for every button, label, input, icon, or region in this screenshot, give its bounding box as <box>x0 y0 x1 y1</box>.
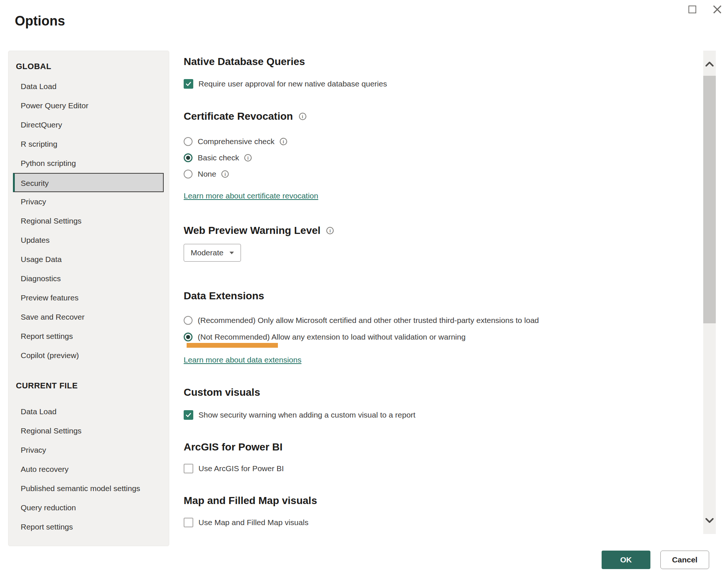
use-arcgis-checkbox[interactable] <box>184 464 193 473</box>
use-map-visuals-label: Use Map and Filled Map visuals <box>198 517 309 528</box>
sidebar-item-security[interactable]: Security <box>13 173 164 192</box>
dropdown-selected-value: Moderate <box>191 248 224 257</box>
none-radio[interactable] <box>184 170 193 178</box>
sidebar-item-directquery[interactable]: DirectQuery <box>8 115 169 135</box>
sidebar-item-cf-privacy[interactable]: Privacy <box>8 440 169 460</box>
info-icon[interactable] <box>221 170 229 178</box>
map-visuals-heading: Map and Filled Map visuals <box>184 494 317 508</box>
section-title-native-database-queries: Native Database Queries <box>184 55 697 69</box>
sidebar-item-privacy[interactable]: Privacy <box>8 192 169 211</box>
ok-button[interactable]: OK <box>602 551 650 569</box>
use-arcgis-checkbox-row: Use ArcGIS for Power BI <box>184 463 697 474</box>
checkmark-icon <box>185 412 192 418</box>
require-approval-checkbox[interactable] <box>184 79 193 89</box>
sidebar-item-power-query-editor[interactable]: Power Query Editor <box>8 96 169 115</box>
info-icon[interactable] <box>244 154 252 161</box>
sidebar-item-usage-data[interactable]: Usage Data <box>8 250 169 269</box>
comprehensive-check-label: Comprehensive check <box>198 136 275 147</box>
use-arcgis-label: Use ArcGIS for Power BI <box>198 463 284 474</box>
window-controls <box>687 4 723 15</box>
sidebar-item-preview-features[interactable]: Preview features <box>8 288 169 307</box>
none-label: None <box>198 169 216 180</box>
scroll-up-button[interactable] <box>703 54 716 74</box>
chevron-down-icon <box>705 518 714 523</box>
section-title-data-extensions: Data Extensions <box>184 289 697 303</box>
security-settings-panel: Native Database Queries Require user app… <box>184 48 697 528</box>
sidebar-section-global: GLOBAL <box>8 56 169 77</box>
sidebar-item-cf-auto-recovery[interactable]: Auto recovery <box>8 460 169 479</box>
basic-check-radio-row: Basic check <box>184 152 697 163</box>
close-button[interactable] <box>712 4 723 15</box>
info-icon[interactable] <box>280 138 287 145</box>
recommended-extensions-label: (Recommended) Only allow Microsoft certi… <box>198 315 539 326</box>
section-title-web-preview-warning-level: Web Preview Warning Level <box>184 224 697 238</box>
not-recommended-extensions-radio-row: (Not Recommended) Allow any extension to… <box>184 331 697 343</box>
page-title: Options <box>15 13 65 29</box>
sidebar-item-copilot-preview[interactable]: Copilot (preview) <box>8 346 169 365</box>
sidebar-item-cf-report-settings[interactable]: Report settings <box>8 517 169 537</box>
sidebar-section-current-file: CURRENT FILE <box>8 375 169 396</box>
section-title-map-visuals: Map and Filled Map visuals <box>184 494 697 508</box>
info-icon[interactable] <box>299 113 306 120</box>
recommended-extensions-radio[interactable] <box>184 316 193 325</box>
sidebar-item-cf-data-load[interactable]: Data Load <box>8 402 169 421</box>
require-approval-label: Require user approval for new native dat… <box>198 78 387 89</box>
comprehensive-check-radio-row: Comprehensive check <box>184 136 697 147</box>
data-extensions-heading: Data Extensions <box>184 289 264 303</box>
custom-visuals-warning-checkbox-row: Show security warning when adding a cust… <box>184 409 697 421</box>
close-icon <box>713 5 722 14</box>
vertical-scrollbar[interactable] <box>703 51 716 534</box>
sidebar-item-python-scripting[interactable]: Python scripting <box>8 154 169 173</box>
info-icon[interactable] <box>326 227 334 234</box>
custom-visuals-warning-checkbox[interactable] <box>184 410 193 420</box>
sidebar-item-regional-settings[interactable]: Regional Settings <box>8 211 169 231</box>
scroll-down-button[interactable] <box>703 510 716 531</box>
sidebar-item-r-scripting[interactable]: R scripting <box>8 135 169 154</box>
arcgis-heading: ArcGIS for Power BI <box>184 440 283 454</box>
sidebar-item-cf-query-reduction[interactable]: Query reduction <box>8 498 169 517</box>
maximize-button[interactable] <box>687 4 698 15</box>
section-title-certificate-revocation: Certificate Revocation <box>184 109 697 123</box>
certificate-revocation-heading: Certificate Revocation <box>184 109 293 123</box>
recommended-extensions-radio-row: (Recommended) Only allow Microsoft certi… <box>184 315 697 326</box>
not-recommended-extensions-radio[interactable] <box>184 333 193 341</box>
sidebar-item-save-and-recover[interactable]: Save and Recover <box>8 307 169 327</box>
cancel-button[interactable]: Cancel <box>660 551 709 569</box>
orange-highlight-annotation <box>187 343 278 348</box>
none-radio-row: None <box>184 169 697 180</box>
sidebar-item-diagnostics[interactable]: Diagnostics <box>8 269 169 288</box>
sidebar-item-cf-regional-settings[interactable]: Regional Settings <box>8 421 169 440</box>
use-map-visuals-checkbox-row: Use Map and Filled Map visuals <box>184 517 697 528</box>
native-database-queries-heading: Native Database Queries <box>184 55 305 69</box>
require-approval-checkbox-row: Require user approval for new native dat… <box>184 78 697 89</box>
maximize-icon <box>688 6 696 13</box>
certificate-revocation-learn-more-link[interactable]: Learn more about certificate revocation <box>184 190 318 201</box>
chevron-down-icon <box>229 252 234 254</box>
sidebar-item-cf-published-semantic-model-settings[interactable]: Published semantic model settings <box>8 479 169 498</box>
web-preview-warning-level-heading: Web Preview Warning Level <box>184 224 320 238</box>
custom-visuals-heading: Custom visuals <box>184 385 260 399</box>
chevron-up-icon <box>705 61 714 67</box>
web-preview-warning-level-dropdown[interactable]: Moderate <box>184 244 241 262</box>
section-title-custom-visuals: Custom visuals <box>184 385 697 399</box>
comprehensive-check-radio[interactable] <box>184 137 193 146</box>
options-sidebar: GLOBAL Data Load Power Query Editor Dire… <box>8 51 169 546</box>
data-extensions-learn-more-link[interactable]: Learn more about data extensions <box>184 354 302 365</box>
use-map-visuals-checkbox[interactable] <box>184 518 193 527</box>
custom-visuals-warning-label: Show security warning when adding a cust… <box>198 409 415 421</box>
scrollbar-thumb[interactable] <box>703 76 716 323</box>
sidebar-item-report-settings[interactable]: Report settings <box>8 327 169 346</box>
basic-check-label: Basic check <box>198 152 239 163</box>
basic-check-radio[interactable] <box>184 153 193 162</box>
sidebar-item-updates[interactable]: Updates <box>8 231 169 250</box>
sidebar-item-data-load[interactable]: Data Load <box>8 77 169 96</box>
section-title-arcgis: ArcGIS for Power BI <box>184 440 697 454</box>
not-recommended-extensions-label: (Not Recommended) Allow any extension to… <box>198 331 466 343</box>
checkmark-icon <box>185 81 192 87</box>
